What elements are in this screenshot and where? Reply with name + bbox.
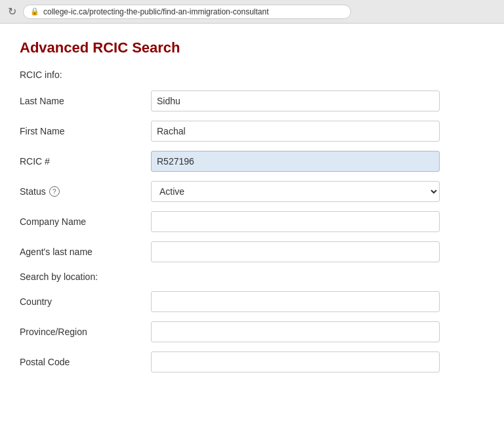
url-text: college-ic.ca/protecting-the-public/find… [43,7,269,16]
agents-last-name-row: Agent's last name [20,241,484,262]
agents-last-name-input[interactable] [151,241,440,262]
browser-bar: ↻ 🔒 college-ic.ca/protecting-the-public/… [0,0,504,24]
country-label: Country [20,296,151,307]
search-by-location-label: Search by location: [20,271,484,282]
last-name-label: Last Name [20,96,151,106]
first-name-label: First Name [20,126,151,136]
company-name-input[interactable] [151,211,440,232]
rcic-number-label: RCIC # [20,156,151,167]
province-region-row: Province/Region [20,321,484,342]
page-content: Advanced RCIC Search RCIC info: Last Nam… [0,24,504,421]
agents-last-name-label: Agent's last name [20,247,151,257]
rcic-number-input[interactable] [151,151,440,172]
first-name-input[interactable] [151,121,440,142]
status-row: Status ? Active Inactive Suspended Resig… [20,181,484,202]
lock-icon: 🔒 [30,7,39,16]
last-name-row: Last Name [20,90,484,111]
postal-code-label: Postal Code [20,357,151,367]
last-name-input[interactable] [151,90,440,111]
rcic-info-label: RCIC info: [20,70,484,80]
reload-icon[interactable]: ↻ [8,5,16,18]
postal-code-input[interactable] [151,351,440,372]
status-label: Status ? [20,186,151,197]
page-title: Advanced RCIC Search [20,39,484,56]
country-input[interactable] [151,291,440,312]
country-row: Country [20,291,484,312]
province-region-label: Province/Region [20,327,151,337]
province-region-input[interactable] [151,321,440,342]
company-name-row: Company Name [20,211,484,232]
address-bar[interactable]: 🔒 college-ic.ca/protecting-the-public/fi… [23,5,351,19]
company-name-label: Company Name [20,216,151,227]
postal-code-row: Postal Code [20,351,484,372]
status-select[interactable]: Active Inactive Suspended Resigned Revok… [151,181,440,202]
rcic-number-row: RCIC # [20,151,484,172]
status-help-icon[interactable]: ? [49,186,60,197]
first-name-row: First Name [20,121,484,142]
